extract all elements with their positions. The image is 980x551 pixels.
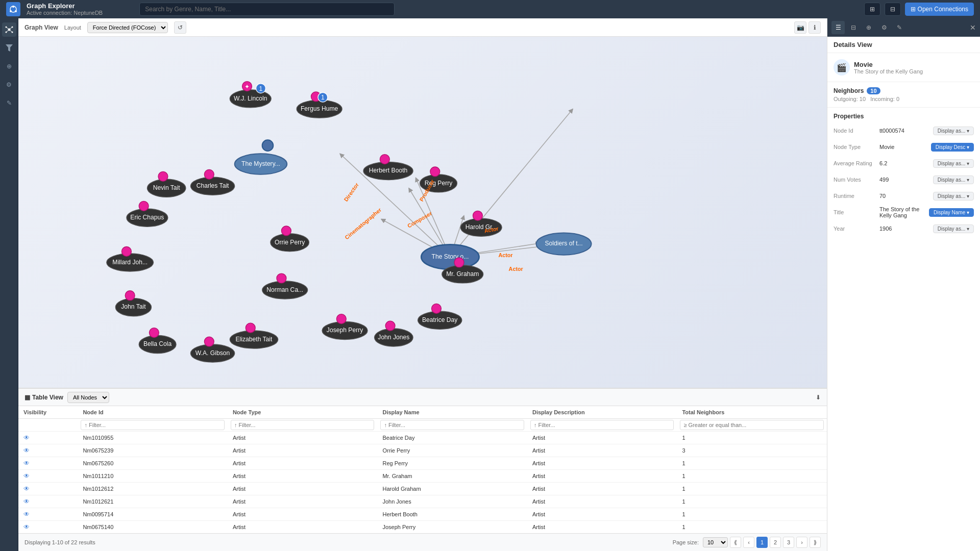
- last-page-btn[interactable]: ⟫: [810, 537, 821, 548]
- node-id-cell: Nm0675140: [78, 521, 228, 534]
- table-body: 👁 Nm1010955 Artist Beatrice Day Artist 1…: [18, 432, 827, 534]
- filter-display-name[interactable]: [380, 420, 524, 430]
- sidebar-graph-icon[interactable]: [2, 22, 16, 37]
- next-page-btn[interactable]: ›: [796, 537, 807, 548]
- prev-page-btn[interactable]: ‹: [743, 537, 754, 548]
- rp-edit-icon[interactable]: ✎: [893, 21, 906, 34]
- eye-icon[interactable]: 👁: [23, 511, 30, 518]
- col-display-name: Display Name: [377, 406, 527, 419]
- page-2-btn[interactable]: 2: [770, 537, 781, 548]
- rp-list-icon[interactable]: ☰: [831, 21, 845, 34]
- screenshot-icon[interactable]: 📷: [794, 21, 806, 34]
- svg-point-46: [139, 201, 149, 211]
- eye-icon[interactable]: 👁: [23, 485, 30, 492]
- display-name-cell: Orrie Perry: [377, 444, 527, 457]
- first-page-btn[interactable]: ⟪: [730, 537, 741, 548]
- table-row: 👁 Nm1012621 Artist John Jones Artist 1: [18, 495, 827, 508]
- node-filter-select[interactable]: All Nodes Movie Artist: [67, 392, 109, 403]
- page-1-btn[interactable]: 1: [756, 537, 768, 548]
- visibility-cell[interactable]: 👁: [18, 432, 78, 444]
- sidebar-filter-icon[interactable]: [2, 41, 16, 55]
- prop-label: Node Type: [834, 144, 879, 150]
- details-header: 🎬 Movie The Story of the Kelly Gang: [827, 53, 980, 82]
- rp-expand-icon[interactable]: ⊕: [862, 21, 875, 34]
- sidebar-settings-icon[interactable]: ⚙: [2, 78, 16, 92]
- prop-display-btn[interactable]: Display as... ▾: [933, 224, 974, 233]
- info-icon[interactable]: ℹ: [808, 21, 821, 34]
- node-id-cell: Nm1010955: [78, 432, 228, 444]
- svg-point-67: [281, 226, 291, 236]
- page-size-select[interactable]: 10 25 50 100: [703, 537, 728, 547]
- search-input[interactable]: [139, 3, 395, 16]
- table-wrapper[interactable]: Visibility Node Id Node Type Display Nam…: [18, 406, 827, 533]
- svg-text:Director: Director: [342, 182, 360, 203]
- svg-text:1: 1: [321, 94, 325, 101]
- download-btn[interactable]: ⬇: [816, 394, 821, 401]
- visibility-cell[interactable]: 👁: [18, 470, 78, 483]
- svg-point-79: [454, 258, 464, 267]
- visibility-cell[interactable]: 👁: [18, 508, 78, 521]
- filter-total-neighbors[interactable]: [680, 420, 824, 430]
- node-name-label: The Story of the Kelly Gang: [854, 68, 923, 74]
- sidebar-info-icon[interactable]: ✎: [2, 96, 16, 110]
- total-neighbors-cell: 1: [677, 457, 827, 470]
- svg-point-40: [204, 169, 214, 179]
- svg-point-70: [380, 155, 389, 164]
- visibility-cell[interactable]: 👁: [18, 444, 78, 457]
- settings-btn[interactable]: ⊞: [864, 3, 880, 16]
- graph-canvas[interactable]: The Story o... Soldiers of t... W.J. Lin…: [18, 37, 827, 388]
- svg-marker-13: [6, 44, 13, 52]
- prop-display-btn[interactable]: Display as... ▾: [933, 127, 974, 135]
- prop-display-btn[interactable]: Display as... ▾: [933, 192, 974, 201]
- sidebar-expand-icon[interactable]: ⊕: [2, 59, 16, 73]
- filter-node-type[interactable]: [231, 420, 375, 430]
- svg-text:Bella Cola: Bella Cola: [143, 340, 172, 347]
- eye-icon[interactable]: 👁: [23, 434, 30, 441]
- visibility-cell[interactable]: 👁: [18, 457, 78, 470]
- node-id-cell: Nm0675239: [78, 444, 228, 457]
- eye-icon[interactable]: 👁: [23, 460, 30, 467]
- svg-text:Charles Tait: Charles Tait: [197, 182, 229, 189]
- svg-text:Elizabeth Tait: Elizabeth Tait: [236, 336, 273, 343]
- visibility-cell[interactable]: 👁: [18, 521, 78, 534]
- display-desc-cell: Artist: [527, 444, 677, 457]
- visibility-cell[interactable]: 👁: [18, 495, 78, 508]
- grid-btn[interactable]: ⊟: [885, 3, 901, 16]
- svg-text:Millard Joh...: Millard Joh...: [112, 259, 148, 266]
- prop-display-btn[interactable]: Display as... ▾: [933, 159, 974, 168]
- refresh-btn[interactable]: ↺: [174, 21, 186, 34]
- display-desc-cell: Artist: [527, 508, 677, 521]
- page-3-btn[interactable]: 3: [783, 537, 794, 548]
- svg-text:W.A. Gibson: W.A. Gibson: [195, 349, 230, 357]
- svg-point-64: [277, 273, 286, 283]
- filter-row: [18, 419, 827, 432]
- svg-text:Cinematographer: Cinematographer: [344, 206, 383, 240]
- eye-icon[interactable]: 👁: [23, 447, 30, 454]
- prop-display-btn[interactable]: Display Name ▾: [929, 208, 974, 217]
- rp-filter-icon[interactable]: ⊟: [847, 21, 860, 34]
- prop-display-btn[interactable]: Display Desc ▾: [931, 143, 974, 152]
- eye-icon[interactable]: 👁: [23, 498, 30, 505]
- visibility-cell[interactable]: 👁: [18, 483, 78, 495]
- display-desc-cell: Artist: [527, 432, 677, 444]
- eye-icon[interactable]: 👁: [23, 523, 30, 531]
- display-name-cell: Mr. Graham: [377, 470, 527, 483]
- prop-display-btn[interactable]: Display as... ▾: [933, 176, 974, 184]
- node-id-cell: Nm0095714: [78, 508, 228, 521]
- filter-node-id[interactable]: [81, 420, 225, 430]
- eye-icon[interactable]: 👁: [23, 472, 30, 480]
- filter-display-desc[interactable]: [530, 420, 674, 430]
- neighbors-badge: 10: [867, 87, 880, 94]
- display-name-cell: Joseph Perry: [377, 521, 527, 534]
- property-row: Num Votes 499 Display as... ▾: [834, 173, 974, 186]
- rp-settings-icon[interactable]: ⚙: [877, 21, 891, 34]
- property-row: Node Id tt0000574 Display as... ▾: [834, 124, 974, 137]
- property-row: Title The Story of the Kelly Gang Displa…: [834, 206, 974, 219]
- svg-point-85: [385, 321, 395, 331]
- open-connections-btn[interactable]: ⊞ Open Connections: [905, 3, 974, 16]
- node-id-cell: Nm1011210: [78, 470, 228, 483]
- properties-section: Properties Node Id tt0000574 Display as.…: [827, 108, 980, 551]
- layout-select[interactable]: Force Directed (FOCose) Hierarchical Cir…: [87, 22, 168, 33]
- node-id-cell: Nm0675260: [78, 457, 228, 470]
- right-panel-close[interactable]: ✕: [970, 23, 976, 32]
